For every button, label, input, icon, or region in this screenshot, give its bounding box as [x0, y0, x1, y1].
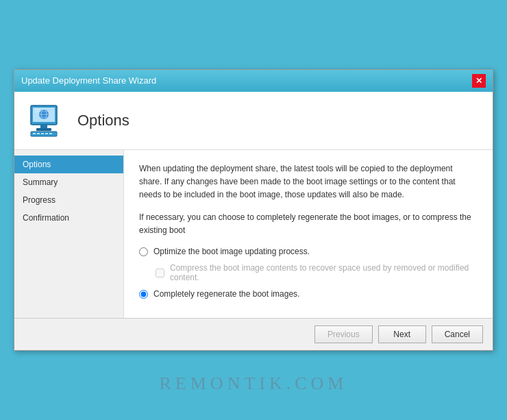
- checkbox-compress-input: [156, 269, 164, 277]
- radio-optimize-label[interactable]: Optimize the boot image updating process…: [153, 247, 310, 256]
- previous-button[interactable]: Previous: [314, 325, 373, 343]
- svg-rect-9: [41, 133, 44, 134]
- checkbox-compress-label: Compress the boot image contents to reco…: [170, 263, 478, 282]
- close-button[interactable]: ✕: [472, 74, 486, 88]
- next-button[interactable]: Next: [378, 325, 426, 343]
- svg-rect-5: [36, 128, 51, 131]
- page-title: Options: [77, 112, 129, 129]
- main-content: When updating the deployment share, the …: [124, 150, 493, 319]
- svg-rect-7: [33, 133, 36, 134]
- content-area: Options Summary Progress Confirmation Wh…: [14, 150, 493, 319]
- radio-regenerate-label[interactable]: Completely regenerate the boot images.: [153, 289, 299, 299]
- checkbox-compress: Compress the boot image contents to reco…: [156, 263, 478, 282]
- options-section: Optimize the boot image updating process…: [139, 247, 478, 299]
- header-area: Options: [14, 92, 493, 150]
- header-icon: [28, 101, 66, 140]
- footer: Previous Next Cancel: [14, 318, 493, 350]
- window-title: Update Deployment Share Wizard: [21, 75, 156, 86]
- sidebar-item-summary[interactable]: Summary: [14, 173, 123, 191]
- svg-rect-8: [37, 133, 40, 134]
- sidebar-item-confirmation[interactable]: Confirmation: [14, 209, 123, 227]
- sidebar-item-options[interactable]: Options: [14, 156, 123, 173]
- title-bar: Update Deployment Share Wizard ✕: [14, 70, 493, 92]
- radio-option-optimize: Optimize the boot image updating process…: [139, 247, 478, 256]
- svg-rect-4: [40, 125, 47, 128]
- sidebar: Options Summary Progress Confirmation: [14, 150, 124, 319]
- description-text-2: If necessary, you can choose to complete…: [139, 211, 478, 237]
- wizard-window: Update Deployment Share Wizard ✕: [14, 69, 493, 351]
- svg-rect-11: [49, 133, 52, 134]
- sidebar-item-progress[interactable]: Progress: [14, 191, 123, 209]
- svg-rect-10: [45, 133, 48, 134]
- watermark: REMONTIK.COM: [160, 373, 348, 394]
- radio-optimize-input[interactable]: [139, 247, 148, 256]
- cancel-button[interactable]: Cancel: [432, 325, 483, 343]
- radio-regenerate-input[interactable]: [139, 290, 148, 299]
- radio-option-regenerate: Completely regenerate the boot images.: [139, 289, 478, 299]
- description-text-1: When updating the deployment share, the …: [139, 162, 478, 202]
